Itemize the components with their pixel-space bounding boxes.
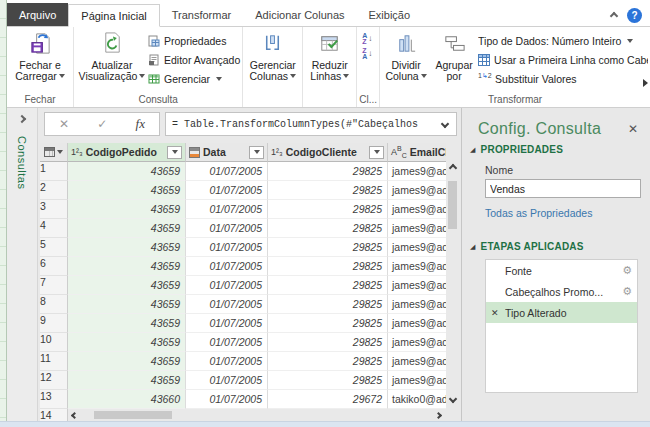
table-cell[interactable]: 43660: [68, 390, 186, 409]
expand-formula-bar-icon[interactable]: [441, 120, 449, 128]
substituir-valores-button[interactable]: 1↳2 Substituir Valores: [478, 69, 648, 88]
column-header-data[interactable]: Data: [186, 143, 268, 162]
help-icon[interactable]: ?: [627, 8, 642, 23]
table-cell[interactable]: takiko0@ad: [388, 390, 446, 409]
table-cell[interactable]: 01/07/2005: [186, 390, 268, 409]
applied-step[interactable]: Cabeçalhos Promo...⚙: [486, 281, 637, 302]
row-number[interactable]: 9: [40, 314, 68, 333]
table-cell[interactable]: james9@ad: [388, 295, 446, 314]
table-cell[interactable]: 29672: [268, 390, 388, 409]
fx-icon[interactable]: fx: [136, 116, 145, 132]
table-cell[interactable]: 43659: [68, 276, 186, 295]
queries-pane-title[interactable]: Consultas: [16, 136, 28, 189]
table-cell[interactable]: 29825: [268, 371, 388, 390]
row-number[interactable]: 6: [40, 257, 68, 276]
table-cell[interactable]: 43659: [68, 352, 186, 371]
table-cell[interactable]: 01/07/2005: [186, 257, 268, 276]
table-cell[interactable]: 01/07/2005: [186, 238, 268, 257]
filter-button[interactable]: [369, 146, 384, 159]
table-cell[interactable]: 43659: [68, 371, 186, 390]
tab-arquivo[interactable]: Arquivo: [7, 3, 68, 26]
tipo-de-dados-button[interactable]: Tipo de Dados: Número Inteiro: [478, 31, 648, 50]
table-cell[interactable]: 43659: [68, 333, 186, 352]
scroll-right-icon[interactable]: [435, 411, 442, 418]
table-cell[interactable]: james9@ad: [388, 219, 446, 238]
table-cell[interactable]: james9@ad: [388, 257, 446, 276]
table-cell[interactable]: 01/07/2005: [186, 219, 268, 238]
table-cell[interactable]: 01/07/2005: [186, 314, 268, 333]
applied-steps-section-header[interactable]: ◢ ETAPAS APLICADAS: [462, 241, 650, 252]
table-cell[interactable]: james9@ad: [388, 162, 446, 181]
table-cell[interactable]: 29825: [268, 333, 388, 352]
tab-pagina-inicial[interactable]: Página Inicial: [68, 4, 159, 27]
vertical-scrollbar[interactable]: [446, 162, 459, 402]
table-cell[interactable]: james9@ad: [388, 238, 446, 257]
properties-section-header[interactable]: ◢ PROPRIEDADES: [462, 144, 650, 155]
table-cell[interactable]: 29825: [268, 295, 388, 314]
table-cell[interactable]: 43659: [68, 257, 186, 276]
table-cell[interactable]: 29825: [268, 162, 388, 181]
filter-button[interactable]: [249, 146, 264, 159]
table-cell[interactable]: james9@ad: [388, 333, 446, 352]
applied-step[interactable]: Fonte⚙: [486, 260, 637, 281]
column-header-codigopedido[interactable]: 1²₃ CodigoPedido: [68, 143, 186, 162]
cancel-formula-icon[interactable]: ✕: [59, 117, 69, 131]
row-number[interactable]: 7: [40, 276, 68, 295]
row-number[interactable]: 10: [40, 333, 68, 352]
table-cell[interactable]: 43659: [68, 295, 186, 314]
table-cell[interactable]: 43659: [68, 200, 186, 219]
table-cell[interactable]: 43659: [68, 162, 186, 181]
tab-adicionar-colunas[interactable]: Adicionar Colunas: [243, 3, 356, 26]
table-cell[interactable]: 01/07/2005: [186, 162, 268, 181]
horizontal-scrollbar[interactable]: [72, 410, 441, 420]
query-name-input[interactable]: [485, 179, 641, 198]
row-number[interactable]: 11: [40, 352, 68, 371]
table-cell[interactable]: 43659: [68, 181, 186, 200]
gerenciar-colunas-button[interactable]: Gerenciar Colunas: [245, 29, 300, 83]
table-cell[interactable]: james9@ad: [388, 181, 446, 200]
reduzir-linhas-button[interactable]: Reduzir Linhas: [305, 29, 354, 83]
commit-formula-icon[interactable]: ✓: [97, 117, 107, 131]
table-cell[interactable]: 29825: [268, 219, 388, 238]
table-cell[interactable]: 43659: [68, 219, 186, 238]
filter-button[interactable]: [167, 146, 182, 159]
gerenciar-button[interactable]: Gerenciar: [148, 69, 240, 88]
table-cell[interactable]: james9@ad: [388, 352, 446, 371]
table-cell[interactable]: 29825: [268, 276, 388, 295]
collapse-ribbon-icon[interactable]: [610, 11, 618, 19]
table-cell[interactable]: 01/07/2005: [186, 181, 268, 200]
table-cell[interactable]: james9@ad: [388, 314, 446, 333]
row-number[interactable]: 14: [40, 409, 68, 421]
dividir-coluna-button[interactable]: Dividir Coluna: [382, 29, 430, 83]
tab-transformar[interactable]: Transformar: [160, 3, 244, 26]
vertical-scroll-thumb[interactable]: [448, 181, 457, 229]
formula-text[interactable]: = Table.TransformColumnTypes(#"Cabeçalho…: [172, 119, 442, 130]
row-number[interactable]: 13: [40, 390, 68, 409]
table-cell[interactable]: 29825: [268, 238, 388, 257]
column-header-codigocliente[interactable]: 1²₃ CodigoCliente: [268, 143, 388, 162]
table-cell[interactable]: 01/07/2005: [186, 352, 268, 371]
tab-exibicao[interactable]: Exibição: [357, 3, 423, 26]
all-properties-link[interactable]: Todas as Propriedades: [485, 207, 592, 219]
step-settings-gear-icon[interactable]: ⚙: [622, 264, 632, 277]
atualizar-visualizacao-button[interactable]: Atualizar Visualização: [76, 29, 148, 83]
sort-descending-button[interactable]: ZA ↓: [362, 48, 372, 60]
table-cell[interactable]: 01/07/2005: [186, 200, 268, 219]
table-cell[interactable]: james9@ad: [388, 200, 446, 219]
fechar-e-carregar-button[interactable]: Fechar e Carregar: [9, 29, 71, 83]
scroll-down-icon[interactable]: [448, 395, 456, 403]
table-cell[interactable]: 29825: [268, 257, 388, 276]
table-cell[interactable]: 29825: [268, 314, 388, 333]
table-cell[interactable]: 01/07/2005: [186, 295, 268, 314]
expand-queries-pane-icon[interactable]: [18, 115, 26, 123]
step-settings-gear-icon[interactable]: ⚙: [622, 285, 632, 298]
table-cell[interactable]: 29825: [268, 352, 388, 371]
propriedades-button[interactable]: Propriedades: [148, 31, 240, 50]
row-number[interactable]: 2: [40, 181, 68, 200]
column-header-emailclient[interactable]: ABC EmailClient: [388, 143, 446, 162]
row-number[interactable]: 5: [40, 238, 68, 257]
table-cell[interactable]: 01/07/2005: [186, 333, 268, 352]
row-number[interactable]: 8: [40, 295, 68, 314]
table-cell[interactable]: 43659: [68, 314, 186, 333]
table-cell[interactable]: 29825: [268, 181, 388, 200]
